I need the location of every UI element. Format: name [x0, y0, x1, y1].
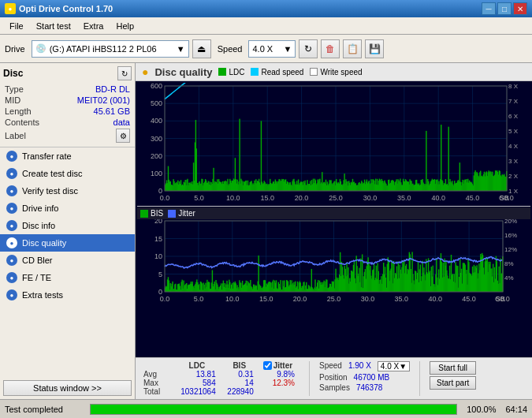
nav-verify-test-disc[interactable]: ● Verify test disc — [0, 182, 135, 200]
disc-type-value: BD-R DL — [95, 84, 130, 94]
disc-length-label: Length — [5, 106, 32, 116]
disc-length-row: Length 45.61 GB — [3, 106, 132, 117]
speed-info: Speed 1.90 X 4.0 X ▼ Position 46700 MB S… — [319, 361, 410, 396]
nav-disc-quality[interactable]: ● Disc quality — [0, 234, 135, 252]
drive-value: (G:) ATAPI iHBS112 2 PL06 — [50, 44, 157, 54]
chart-divider — [137, 206, 530, 207]
stats-total-row: Total 10321064 228940 — [142, 387, 299, 396]
legend-read-speed-label: Read speed — [261, 68, 303, 77]
jitter-checkbox[interactable] — [263, 361, 272, 370]
nav-icon-drive-info: ● — [6, 203, 17, 214]
nav-transfer-rate[interactable]: ● Transfer rate — [0, 147, 135, 165]
close-button[interactable]: ✕ — [513, 2, 527, 15]
position-value: 46700 MB — [354, 373, 390, 382]
stats-bar: LDC BIS Jitter Avg 13.81 0.31 9.8% — [136, 357, 532, 399]
ldc-chart — [137, 83, 530, 205]
nav-icon-create-test-disc: ● — [6, 168, 17, 179]
position-row: Position 46700 MB — [319, 373, 410, 382]
disc-mid-row: MID MEIT02 (001) — [3, 95, 132, 106]
disc-label-button[interactable]: ⚙ — [116, 129, 130, 143]
drive-dropdown-icon: ▼ — [177, 44, 185, 54]
nav-cd-bler[interactable]: ● CD Bler — [0, 252, 135, 269]
legend-bis-label: BIS — [151, 209, 163, 218]
app-title: Opti Drive Control 1.70 — [19, 4, 113, 13]
sidebar: Disc ↻ Type BD-R DL MID MEIT02 (001) Len… — [0, 63, 136, 399]
menu-start-test[interactable]: Start test — [30, 20, 77, 32]
legend-write-speed-label: Write speed — [320, 68, 362, 77]
bis-chart — [137, 219, 530, 306]
speed-select[interactable]: 4.0 X ▼ — [248, 40, 296, 58]
status-text: Test completed — [5, 405, 84, 414]
legend-ldc: LDC — [218, 68, 244, 77]
legend-read-speed: Read speed — [251, 68, 303, 77]
chart-title: Disc quality — [154, 66, 212, 78]
start-full-button[interactable]: Start full — [430, 361, 476, 375]
stats-max-ldc: 584 — [173, 379, 221, 387]
disc-refresh-button[interactable]: ↻ — [117, 66, 132, 80]
eject-button[interactable]: ⏏ — [192, 39, 211, 58]
copy-button[interactable]: 📋 — [343, 39, 362, 58]
disc-contents-value: data — [113, 118, 130, 127]
legend-jitter-color — [168, 210, 176, 218]
nav-icon-extra-tests: ● — [6, 289, 17, 300]
menu-extra[interactable]: Extra — [77, 20, 110, 32]
speed-select-dropdown-icon: ▼ — [399, 362, 407, 371]
nav-extra-tests[interactable]: ● Extra tests — [0, 286, 135, 304]
stats-max-jitter: 12.3% — [259, 379, 299, 387]
progress-bar-container — [90, 404, 457, 415]
stats-divider-2 — [419, 361, 420, 396]
progress-percentage: 100.0% — [467, 405, 496, 414]
disc-type-label: Type — [5, 84, 24, 94]
speed-value: 1.90 X — [348, 361, 371, 371]
stats-table: LDC BIS Jitter Avg 13.81 0.31 9.8% — [142, 361, 299, 396]
legend-ldc-color — [218, 68, 226, 76]
erase-button[interactable]: 🗑 — [321, 39, 340, 58]
disc-section: Disc ↻ Type BD-R DL MID MEIT02 (001) Len… — [0, 63, 135, 147]
save-button[interactable]: 💾 — [365, 39, 384, 58]
nav-label-disc-info: Disc info — [22, 221, 55, 230]
minimize-button[interactable]: ─ — [482, 2, 496, 15]
maximize-button[interactable]: □ — [497, 2, 512, 15]
drive-label: Drive — [5, 44, 25, 54]
legend-write-speed-color — [310, 68, 318, 76]
bis-header: BIS — [221, 361, 259, 370]
chart-header: ● Disc quality LDC Read speed Write spee… — [136, 63, 532, 81]
menu-help[interactable]: Help — [110, 20, 140, 32]
speed-select-sm[interactable]: 4.0 X ▼ — [378, 361, 410, 371]
ldc-header: LDC — [173, 361, 221, 370]
stats-total-bis: 228940 — [221, 387, 259, 396]
nav-create-test-disc[interactable]: ● Create test disc — [0, 165, 135, 182]
disc-label-label: Label — [5, 131, 26, 140]
nav-icon-fe-te: ● — [6, 272, 17, 283]
speed-dropdown-icon: ▼ — [284, 44, 292, 54]
status-window-button[interactable]: Status window >> — [3, 380, 132, 396]
nav-icon-cd-bler: ● — [6, 255, 17, 266]
start-part-button[interactable]: Start part — [430, 376, 476, 390]
disc-contents-row: Contents data — [3, 117, 132, 128]
stats-max-row: Max 584 14 12.3% — [142, 379, 299, 387]
legend-write-speed: Write speed — [310, 68, 362, 77]
nav-icon-disc-info: ● — [6, 220, 17, 231]
refresh-button[interactable]: ↻ — [299, 39, 318, 58]
menu-bar: File Start test Extra Help — [0, 17, 532, 35]
status-time: 64:14 — [505, 405, 527, 414]
disc-length-value: 45.61 GB — [94, 106, 130, 116]
legend-ldc-label: LDC — [229, 68, 244, 77]
nav-icon-verify-test-disc: ● — [6, 185, 17, 196]
status-bar: Test completed 100.0% 64:14 — [0, 399, 532, 418]
legend-read-speed-color — [251, 68, 259, 76]
nav-drive-info[interactable]: ● Drive info — [0, 200, 135, 217]
stats-total-label: Total — [142, 387, 173, 396]
content-area: ● Disc quality LDC Read speed Write spee… — [136, 63, 532, 399]
speed-row: Speed 1.90 X 4.0 X ▼ — [319, 361, 410, 371]
stats-avg-jitter: 9.8% — [259, 370, 299, 379]
app-icon: ● — [5, 3, 16, 14]
nav-fe-te[interactable]: ● FE / TE — [0, 269, 135, 286]
menu-file[interactable]: File — [3, 20, 30, 32]
nav-disc-info[interactable]: ● Disc info — [0, 217, 135, 234]
disc-header: Disc ↻ — [3, 66, 132, 80]
disc-label-row: Label ⚙ — [3, 128, 132, 144]
drive-select[interactable]: 💿 (G:) ATAPI iHBS112 2 PL06 ▼ — [32, 40, 189, 58]
nav-label-create-test-disc: Create test disc — [22, 169, 82, 178]
stats-avg-row: Avg 13.81 0.31 9.8% — [142, 370, 299, 379]
